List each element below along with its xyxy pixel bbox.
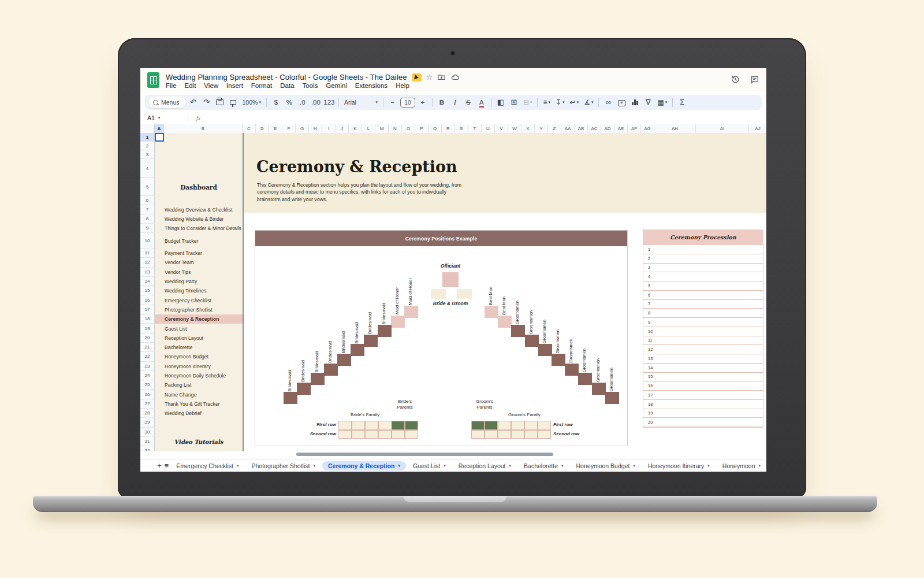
sidebar-item[interactable]: Emergency Checklist [155,295,243,305]
sidebar-item[interactable] [155,196,243,205]
format-percent-icon[interactable]: % [284,95,295,110]
seat-cell[interactable] [498,430,511,439]
column-header[interactable]: O [402,124,415,133]
menu-item[interactable]: View [204,82,218,89]
seat-cell[interactable] [471,421,485,430]
seat-cell[interactable] [338,421,352,430]
column-header[interactable]: AA [561,124,575,133]
horizontal-align-icon[interactable]: ≡▾ [541,98,552,106]
frozen-pane-divider[interactable] [243,133,244,451]
column-header[interactable]: K [349,124,362,133]
seat-cell[interactable] [338,430,352,439]
sidebar-item[interactable]: Wedding Timelines [155,286,243,295]
sidebar-item[interactable]: Reception Layout [155,334,243,343]
seat-cell[interactable] [511,421,524,430]
italic-icon[interactable]: I [449,95,461,110]
seat-cell[interactable] [485,421,498,430]
seat-cell[interactable] [538,421,551,430]
seat-cell[interactable] [498,421,511,430]
row-header[interactable]: 12 [140,258,155,267]
column-header[interactable]: M [375,124,389,133]
row-header[interactable]: 32 [140,446,155,451]
menu-item[interactable]: Format [251,82,272,89]
sidebar-item[interactable]: Thank You & Gift Tracker [155,399,243,409]
version-history-icon[interactable] [731,75,740,84]
menu-item[interactable]: Insert [226,82,243,89]
menu-item[interactable]: Gemini [326,82,346,89]
sidebar-item[interactable]: Budget Tracker [155,233,243,249]
column-header[interactable]: N [389,124,402,133]
procession-row[interactable]: 17 [643,391,763,400]
sidebar-item[interactable]: Video Tutorials [155,437,243,446]
zoom-select[interactable]: 100%▾ [241,99,263,106]
font-select[interactable]: Arial▾ [342,99,379,106]
column-header[interactable]: AH [654,124,696,133]
row-header[interactable]: 3 [140,150,155,159]
sidebar-item[interactable] [155,150,243,159]
menu-item[interactable]: Data [280,82,294,89]
increase-decimal-icon[interactable]: .00 [310,95,322,110]
sidebar-item[interactable] [155,418,243,427]
text-wrap-icon[interactable]: ↩▾ [568,98,581,106]
add-sheet-icon[interactable]: + [157,461,162,470]
row-header[interactable]: 27 [140,399,155,409]
sidebar-item[interactable]: Packing List [155,380,243,390]
procession-row[interactable]: 9 [643,318,763,327]
print-icon[interactable] [214,94,226,110]
undo-icon[interactable]: ↶ [188,95,199,110]
procession-row[interactable]: 5 [643,281,763,291]
sidebar-item[interactable]: Wedding Debrief [155,409,243,418]
row-header[interactable]: 1 [140,133,155,142]
comments-icon[interactable] [750,75,759,84]
sheet-tab[interactable]: Honeymoon ▾ [717,461,766,470]
column-header[interactable]: Y [535,124,548,133]
sidebar-item[interactable] [155,142,243,150]
google-sheets-logo-icon[interactable] [147,72,159,88]
more-formats-icon[interactable]: 123 [323,95,335,110]
name-box[interactable]: A1 ▾ [140,114,183,121]
all-sheets-icon[interactable]: ≡ [163,461,169,470]
seat-cell[interactable] [405,421,418,430]
column-header[interactable]: P [415,124,429,133]
procession-row[interactable]: 15 [643,373,763,382]
procession-row[interactable]: 1 [643,245,763,254]
row-header[interactable]: 28 [140,409,155,418]
row-header[interactable]: 2 [140,142,155,150]
sheet-tab[interactable]: Ceremony & Reception ▾ [322,461,406,470]
menus-search[interactable]: Menus [148,97,186,108]
seat-cell[interactable] [365,421,378,430]
row-header[interactable]: 5 [140,178,155,196]
table-views-icon[interactable]: ▦▾ [655,98,669,106]
procession-row[interactable]: 13 [643,354,763,364]
row-header[interactable]: 22 [140,352,155,361]
sheet-tab[interactable]: Honeymoon Itinerary ▾ [642,461,716,470]
column-header[interactable]: AD [601,124,614,133]
column-header[interactable]: AG [641,124,654,133]
sidebar-item[interactable]: Wedding Overview & Checklist [155,205,243,214]
procession-row[interactable]: 14 [643,364,763,373]
column-header[interactable]: R [442,124,455,133]
row-header[interactable]: 7 [140,205,155,214]
sheet-tab[interactable]: Emergency Checklist ▾ [170,461,244,470]
sidebar-item[interactable]: Payment Tracker [155,249,243,258]
column-header[interactable]: T [468,124,482,133]
sheet-grid[interactable]: 1234567891011121314151617181920212223242… [140,133,766,451]
text-rotation-icon[interactable]: ∡▾ [582,98,595,106]
column-header[interactable]: W [508,124,521,133]
font-size-input[interactable]: 10 [400,98,415,108]
sidebar-item[interactable]: Things to Consider & Minor Details [155,224,243,233]
insert-comment-icon[interactable]: + [616,95,627,110]
menu-item[interactable]: Help [396,82,409,89]
sidebar-item[interactable] [155,159,243,178]
row-header[interactable]: 18 [140,314,155,324]
procession-row[interactable]: 18 [643,400,763,409]
column-header[interactable]: S [455,124,468,133]
move-folder-icon[interactable] [437,73,446,81]
column-header[interactable]: U [482,124,495,133]
row-header[interactable]: 17 [140,305,155,314]
row-header[interactable]: 21 [140,343,155,352]
column-header[interactable]: X [521,124,535,133]
column-header[interactable]: V [495,124,508,133]
column-header[interactable]: J [336,124,349,133]
bold-icon[interactable]: B [436,95,448,110]
